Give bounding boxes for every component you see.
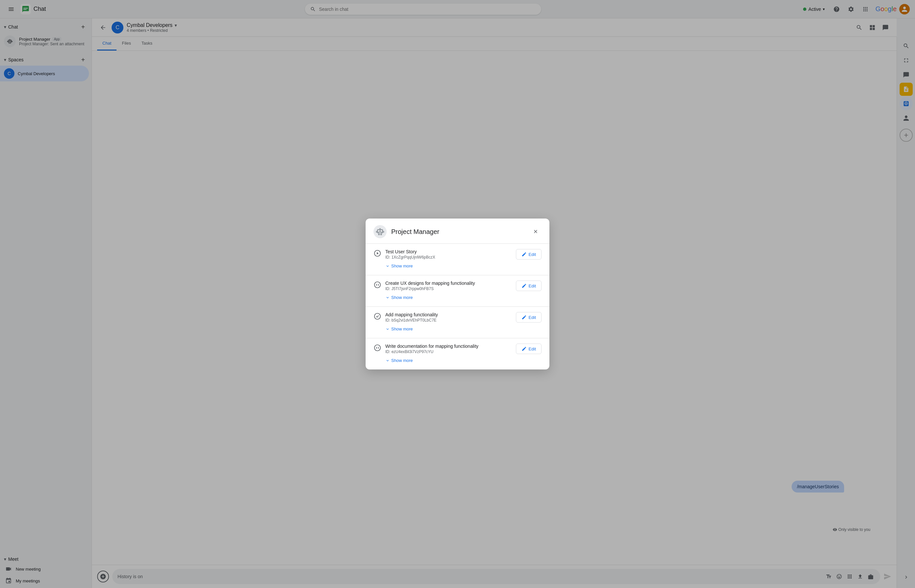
svg-rect-16 xyxy=(379,228,381,229)
pause-circle-icon-3 xyxy=(374,344,381,351)
task-status-icon-3 xyxy=(373,344,382,352)
show-more-label-1: Show more xyxy=(391,295,413,300)
chevron-down-3 xyxy=(385,358,390,363)
task-info-0: Test User Story ID: 1XcZgrPqqUjnlW6pBczX xyxy=(385,249,512,260)
edit-icon-0 xyxy=(522,252,527,257)
show-more-button-2[interactable]: Show more xyxy=(385,325,413,333)
task-item-0: Test User Story ID: 1XcZgrPqqUjnlW6pBczX… xyxy=(365,244,550,275)
task-status-icon-1 xyxy=(373,281,382,289)
edit-icon-2 xyxy=(522,315,527,320)
task-row-3: Write documentation for mapping function… xyxy=(373,344,542,354)
edit-button-1[interactable]: Edit xyxy=(516,281,542,291)
task-item-1: Create UX designs for mapping functional… xyxy=(365,275,550,307)
show-more-label-3: Show more xyxy=(391,358,413,363)
task-row-2: Add mapping functionality ID: bSq2vi1dvV… xyxy=(373,312,542,323)
edit-icon-1 xyxy=(522,283,527,288)
chevron-down-2 xyxy=(385,327,390,331)
edit-icon-3 xyxy=(522,346,527,351)
modal-header: Project Manager × xyxy=(365,218,550,244)
edit-label-1: Edit xyxy=(529,283,536,288)
task-item-2: Add mapping functionality ID: bSq2vi1dvV… xyxy=(365,307,550,338)
play-circle-icon xyxy=(374,250,381,257)
task-title-0: Test User Story xyxy=(385,249,512,254)
task-id-2: ID: bSq2vi1dvVEhPT0LbC7E xyxy=(385,318,512,323)
task-title-2: Add mapping functionality xyxy=(385,312,512,317)
modal-body: Test User Story ID: 1XcZgrPqqUjnlW6pBczX… xyxy=(365,244,550,370)
svg-rect-20 xyxy=(380,233,382,235)
svg-rect-14 xyxy=(381,230,382,232)
show-more-label-2: Show more xyxy=(391,326,413,331)
task-id-0: ID: 1XcZgrPqqUjnlW6pBczX xyxy=(385,255,512,260)
show-more-button-1[interactable]: Show more xyxy=(385,294,413,301)
chevron-down-1 xyxy=(385,295,390,300)
task-info-2: Add mapping functionality ID: bSq2vi1dvV… xyxy=(385,312,512,323)
modal-title: Project Manager xyxy=(391,228,525,236)
svg-point-23 xyxy=(375,282,380,288)
svg-point-27 xyxy=(375,345,380,351)
task-id-1: ID: J5TI7jsnF2rppw0hFB7S xyxy=(385,286,512,291)
task-item-3: Write documentation for mapping function… xyxy=(365,338,550,370)
task-title-3: Write documentation for mapping function… xyxy=(385,344,512,349)
svg-rect-18 xyxy=(383,231,384,233)
show-more-button-3[interactable]: Show more xyxy=(385,357,413,364)
task-status-icon-0 xyxy=(373,249,382,257)
svg-rect-13 xyxy=(378,230,379,232)
svg-rect-19 xyxy=(378,233,380,235)
task-info-1: Create UX designs for mapping functional… xyxy=(385,281,512,291)
edit-label-0: Edit xyxy=(529,252,536,257)
svg-point-26 xyxy=(375,313,380,319)
svg-marker-22 xyxy=(377,252,379,254)
task-row-0: Test User Story ID: 1XcZgrPqqUjnlW6pBczX… xyxy=(373,249,542,260)
task-title-1: Create UX designs for mapping functional… xyxy=(385,281,512,286)
show-more-label-0: Show more xyxy=(391,263,413,268)
svg-rect-17 xyxy=(376,231,377,233)
edit-label-2: Edit xyxy=(529,315,536,320)
edit-button-0[interactable]: Edit xyxy=(516,249,542,260)
svg-rect-15 xyxy=(379,233,382,233)
project-manager-modal: Project Manager × Test User Story ID: 1X… xyxy=(365,218,550,370)
pause-circle-icon-1 xyxy=(374,281,381,288)
chevron-down-0 xyxy=(385,264,390,268)
task-status-icon-2 xyxy=(373,312,382,320)
edit-button-3[interactable]: Edit xyxy=(516,344,542,354)
modal-close-button[interactable]: × xyxy=(530,226,542,237)
task-id-3: ID: ezU4exBil3i7VzP97cYU xyxy=(385,349,512,354)
task-row-1: Create UX designs for mapping functional… xyxy=(373,281,542,291)
task-info-3: Write documentation for mapping function… xyxy=(385,344,512,354)
edit-button-2[interactable]: Edit xyxy=(516,312,542,323)
show-more-button-0[interactable]: Show more xyxy=(385,262,413,270)
modal-bot-icon xyxy=(373,225,386,238)
check-circle-icon-2 xyxy=(374,313,381,320)
edit-label-3: Edit xyxy=(529,347,536,351)
modal-overlay: Project Manager × Test User Story ID: 1X… xyxy=(0,0,915,588)
